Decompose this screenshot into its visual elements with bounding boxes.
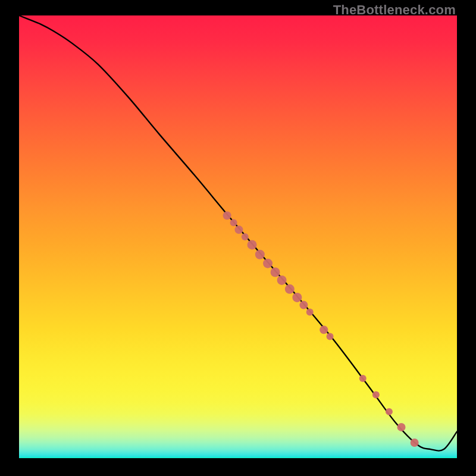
curve-marker bbox=[372, 392, 380, 399]
chart-stage: TheBottleneck.com bbox=[0, 0, 476, 476]
curve-layer bbox=[19, 15, 457, 458]
watermark-label: TheBottleneck.com bbox=[333, 2, 456, 18]
curve-marker bbox=[292, 293, 302, 302]
curve-marker bbox=[386, 408, 393, 415]
curve-marker bbox=[359, 375, 367, 382]
curve-marker bbox=[327, 333, 334, 340]
curve-marker bbox=[285, 284, 295, 294]
curve-marker bbox=[271, 268, 280, 277]
curve-marker bbox=[223, 211, 231, 220]
curve-marker bbox=[263, 259, 273, 268]
curve-marker bbox=[411, 439, 419, 447]
curve-marker bbox=[277, 275, 287, 285]
plot-area bbox=[19, 15, 457, 458]
curve-marker bbox=[255, 250, 265, 259]
marker-layer bbox=[223, 211, 419, 447]
curve-marker bbox=[320, 325, 328, 334]
curve-marker bbox=[230, 219, 237, 226]
curve-marker bbox=[234, 226, 243, 234]
curve-marker bbox=[397, 423, 406, 431]
curve-marker bbox=[242, 233, 249, 240]
curve-marker bbox=[248, 240, 257, 249]
curve-marker bbox=[299, 301, 308, 309]
curve-marker bbox=[306, 308, 314, 315]
